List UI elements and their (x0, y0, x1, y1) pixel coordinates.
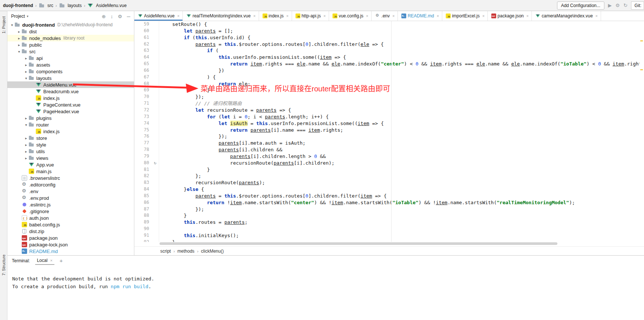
editor-breadcrumb-script[interactable]: script (160, 249, 171, 254)
code-line-77[interactable]: 77 parents[i].meta.auth = isAuth; (134, 140, 640, 146)
tree-item-index.js[interactable]: index.js (7, 128, 134, 135)
close-icon[interactable]: × (253, 14, 255, 18)
line-number[interactable]: 71 (134, 100, 151, 107)
tree-item-pageheader.vue[interactable]: PageHeader.vue (7, 108, 134, 115)
chevron-right-icon[interactable]: ▸ (24, 116, 28, 120)
editor-tab-importexcel.js[interactable]: importExcel.js× (442, 11, 488, 21)
code-line-89[interactable]: 89 this.routes = parents; (134, 219, 640, 226)
editor-tab-cameramanage-index.vue[interactable]: cameraManage\index.vue× (532, 11, 601, 21)
line-number[interactable]: 88 (134, 212, 151, 219)
line-number[interactable]: 86 (134, 199, 151, 206)
code-line-62[interactable]: 62 parents = this.$router.options.routes… (134, 41, 640, 48)
chevron-down-icon[interactable]: ▾ (24, 123, 28, 127)
tree-item-layouts[interactable]: ▾layouts (7, 75, 134, 81)
run-icon[interactable]: ▶ (608, 3, 612, 8)
line-number[interactable]: 85 (134, 193, 151, 199)
code-line-80[interactable]: 80↻ recursionRoute(parents[i].children); (134, 160, 640, 166)
gear-icon[interactable]: ⚙ (118, 14, 122, 19)
tree-item-index.js[interactable]: index.js (7, 95, 134, 101)
tree-item-asidemenu.vue[interactable]: AsideMenu.vue (7, 81, 134, 88)
tree-item-.eslintrc.js[interactable]: .eslintrc.js (7, 201, 134, 208)
code-line-87[interactable]: 87 }); (134, 206, 640, 213)
code-area[interactable]: 59 setRoute() {60 let parents = [];61 if… (134, 21, 640, 242)
code-line-66[interactable]: 66 }) (134, 67, 640, 74)
chevron-right-icon[interactable]: ▸ (24, 56, 28, 60)
code-line-72[interactable]: 72 let recursionRoute = parents => { (134, 107, 640, 114)
line-number[interactable]: 84 (134, 186, 151, 193)
line-number[interactable]: 80 (134, 160, 151, 166)
close-icon[interactable]: × (323, 14, 326, 18)
tree-item-.editorconfig[interactable]: .editorconfig (7, 181, 134, 188)
line-number[interactable]: 73 (134, 114, 151, 120)
tree-item-package.json[interactable]: package.json (7, 235, 134, 241)
code-line-92[interactable]: 92 }, (134, 239, 640, 242)
chevron-right-icon[interactable]: ▸ (24, 149, 28, 154)
chevron-right-icon[interactable]: ▸ (24, 63, 28, 67)
code-line-60[interactable]: 60 let parents = []; (134, 28, 640, 34)
tree-item-assets[interactable]: ▸assets (7, 61, 134, 68)
titlebar-crumb-layouts[interactable]: layouts (58, 3, 83, 9)
chevron-down-icon[interactable]: ▾ (24, 76, 28, 80)
line-number[interactable]: 68 (134, 81, 151, 87)
editor-tab-.env[interactable]: .env× (372, 11, 398, 21)
tree-item-src[interactable]: ▾src (7, 48, 134, 55)
close-icon[interactable]: × (366, 14, 368, 18)
line-number[interactable]: 92 (134, 239, 151, 242)
line-number[interactable]: 87 (134, 206, 151, 213)
line-number[interactable]: 72 (134, 107, 151, 114)
settings-icon[interactable]: ⚙ (616, 3, 620, 8)
line-number[interactable]: 77 (134, 140, 151, 146)
tree-item-package-lock.json[interactable]: package-lock.json (7, 241, 134, 248)
editor-breadcrumb-methods[interactable]: methods (177, 249, 194, 254)
tree-item-node_modules[interactable]: ▸node_moduleslibrary root (7, 35, 134, 41)
tree-item-api[interactable]: ▸api (7, 55, 134, 61)
chevron-right-icon[interactable]: ▸ (17, 30, 21, 34)
line-number[interactable]: 90 (134, 226, 151, 232)
tree-item-.env.prod[interactable]: .env.prod (7, 195, 134, 201)
tree-item-.env[interactable]: .env (7, 188, 134, 195)
line-number[interactable]: 69 (134, 87, 151, 94)
new-terminal-icon[interactable]: + (60, 257, 63, 264)
code-line-63[interactable]: 63 if ( (134, 47, 640, 54)
tree-item-utils[interactable]: ▸utils (7, 148, 134, 155)
editor-tab-vue.config.js[interactable]: vue.config.js× (329, 11, 372, 21)
line-number[interactable]: 66 (134, 67, 151, 74)
tree-item-store[interactable]: ▸store (7, 135, 134, 141)
close-icon[interactable]: × (50, 258, 52, 263)
code-line-65[interactable]: 65 return item.rights === ele.name && el… (134, 61, 640, 67)
line-number[interactable]: 91 (134, 232, 151, 239)
chevron-right-icon[interactable]: ▸ (24, 143, 28, 147)
editor-tab-index.js[interactable]: index.js× (259, 11, 292, 21)
line-number[interactable]: 81 (134, 166, 151, 173)
tree-item-auth.json[interactable]: auth.json (7, 215, 134, 221)
horizontal-scrollbar[interactable] (160, 242, 557, 245)
terminal-output[interactable]: Note that the development build is not o… (7, 266, 644, 290)
code-line-85[interactable]: 85 parents = this.$router.options.routes… (134, 193, 640, 199)
chevron-down-icon[interactable]: ▾ (17, 50, 21, 54)
close-icon[interactable]: × (286, 14, 288, 18)
editor-tab-package.json[interactable]: package.json× (488, 11, 532, 21)
tree-item-app.vue[interactable]: App.vue (7, 161, 134, 168)
tree-item-duoji-frontend[interactable]: ▾duoji-frontendD:\zheheWeb\duoji-fronten… (7, 21, 134, 28)
code-line-59[interactable]: 59 setRoute() { (134, 21, 640, 28)
tree-item-babel.config.js[interactable]: babel.config.js (7, 221, 134, 228)
close-icon[interactable]: × (526, 14, 529, 18)
line-number[interactable]: 78 (134, 146, 151, 153)
close-icon[interactable]: × (392, 14, 395, 18)
chevron-down-icon[interactable]: ▾ (10, 23, 14, 27)
line-number[interactable]: 75 (134, 127, 151, 134)
editor-tab-readme.md[interactable]: README.md× (398, 11, 442, 21)
code-line-81[interactable]: 81 } (134, 166, 640, 173)
chevron-right-icon[interactable]: ▸ (24, 136, 28, 140)
line-number[interactable]: 59 (134, 21, 151, 28)
sync-icon[interactable]: ↻ (623, 3, 627, 8)
code-line-79[interactable]: 79 parents[i].children.length > 0 && (134, 153, 640, 160)
code-line-78[interactable]: 78 parents[i].children && (134, 146, 640, 153)
tree-item-public[interactable]: ▸public (7, 41, 134, 48)
inspection-scroll-column[interactable] (640, 21, 644, 242)
line-number[interactable]: 67 (134, 74, 151, 81)
tree-item-pagecontent.vue[interactable]: PageContent.vue (7, 101, 134, 108)
code-line-82[interactable]: 82 }; (134, 173, 640, 179)
close-icon[interactable]: × (482, 14, 484, 18)
line-number[interactable]: 82 (134, 173, 151, 179)
